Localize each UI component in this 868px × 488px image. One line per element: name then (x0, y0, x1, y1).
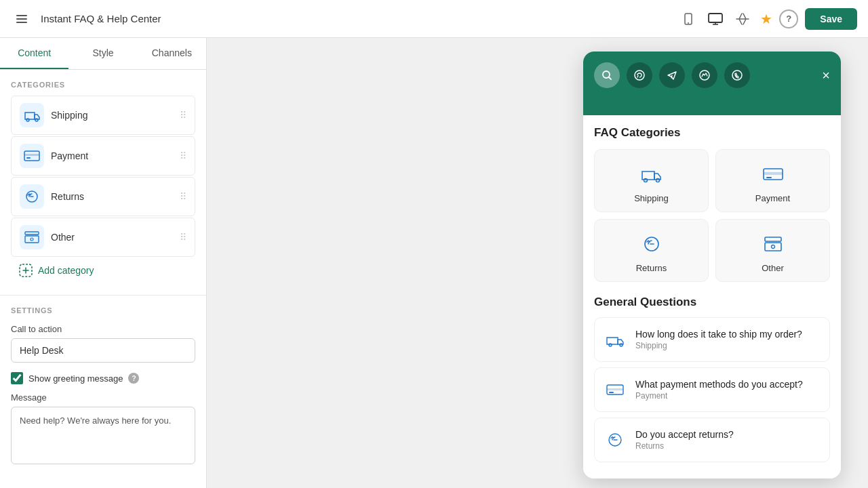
add-category-label: Add category (38, 265, 94, 276)
faq-card-returns[interactable]: Returns (594, 219, 709, 282)
category-item-payment[interactable]: Payment ⠿ (11, 136, 195, 176)
category-item-returns[interactable]: Returns ⠿ (11, 177, 195, 216)
widget-whatsapp-icon[interactable] (627, 62, 652, 88)
settings-section: SETTINGS Call to action Show greeting me… (0, 295, 206, 475)
category-item-shipping[interactable]: Shipping ⠿ (11, 96, 195, 135)
q3-title: Do you accept returns? (635, 429, 821, 440)
svg-rect-28 (766, 177, 772, 178)
main-layout: Content Style Channels CATEGORIES (0, 38, 868, 488)
cta-label: Call to action (11, 324, 195, 334)
desktop-icon[interactable] (706, 9, 725, 28)
other-label: Other (51, 232, 173, 243)
svg-rect-12 (26, 157, 31, 159)
help-icon[interactable]: ? (779, 9, 798, 28)
svg-rect-11 (24, 154, 39, 156)
greeting-checkbox-row: Show greeting message ? (11, 372, 195, 384)
faq-shipping-icon (638, 161, 665, 188)
widget-header-icons (594, 62, 750, 88)
faq-other-label: Other (762, 263, 784, 273)
back-button[interactable] (11, 8, 33, 30)
q-payment-icon (603, 378, 627, 402)
category-item-other[interactable]: Other ⠿ (11, 218, 195, 257)
save-button[interactable]: Save (805, 8, 857, 30)
payment-icon (20, 144, 44, 168)
faq-other-icon (760, 230, 787, 258)
q2-text: What payment methods do you accept? Paym… (635, 379, 821, 401)
greeting-checkbox[interactable] (11, 372, 23, 384)
svg-rect-15 (20, 225, 44, 249)
drag-handle-shipping[interactable]: ⠿ (180, 110, 186, 121)
svg-rect-6 (20, 103, 44, 127)
other-icon (20, 225, 44, 249)
topbar: Instant FAQ & Help Center ★ ? Save (0, 0, 868, 38)
call-to-action-group: Call to action (11, 324, 195, 363)
faq-card-other[interactable]: Other (715, 219, 830, 282)
q1-category: Shipping (635, 341, 821, 350)
returns-label: Returns (51, 191, 173, 202)
message-textarea[interactable]: Need help? We're always here for you. (20, 414, 186, 454)
widget-close-button[interactable]: × (822, 68, 830, 83)
widget-preview: × FAQ Categories (583, 52, 841, 479)
svg-rect-27 (764, 172, 783, 175)
svg-rect-1 (16, 18, 27, 20)
message-label: Message (11, 392, 195, 403)
q3-text: Do you accept returns? Returns (635, 429, 821, 451)
mobile-icon[interactable] (679, 9, 698, 28)
svg-point-24 (644, 179, 647, 182)
widget-messenger-icon[interactable] (692, 62, 717, 88)
faq-card-payment[interactable]: Payment (715, 149, 830, 212)
faq-shipping-label: Shipping (634, 193, 669, 203)
widget-telegram-icon[interactable] (659, 62, 685, 88)
svg-point-33 (609, 344, 612, 346)
faq-returns-label: Returns (636, 263, 667, 273)
app-title: Instant FAQ & Help Center (41, 13, 671, 24)
drag-handle-other[interactable]: ⠿ (180, 232, 186, 243)
faq-returns-icon (638, 230, 665, 258)
svg-point-34 (620, 344, 623, 346)
svg-rect-0 (16, 15, 27, 16)
topbar-right: ★ ? Save (760, 8, 857, 30)
question-item-shipping[interactable]: How long does it take to ship my order? … (594, 317, 830, 362)
info-icon[interactable]: ? (128, 373, 139, 384)
categories-label: CATEGORIES (11, 81, 195, 89)
greeting-label: Show greeting message (28, 373, 123, 384)
svg-rect-36 (607, 388, 623, 390)
question-item-returns[interactable]: Do you accept returns? Returns (594, 418, 830, 462)
q1-title: How long does it take to ship my order? (635, 329, 821, 340)
q3-category: Returns (635, 441, 821, 451)
device-icons (679, 9, 752, 28)
svg-point-32 (771, 245, 774, 249)
q-returns-icon (603, 428, 627, 452)
faq-title: FAQ Categories (594, 126, 830, 140)
svg-rect-2 (16, 22, 27, 23)
general-questions-title: General Questions (594, 296, 830, 309)
widget-search-icon[interactable] (594, 62, 620, 88)
left-panel: Content Style Channels CATEGORIES (0, 38, 207, 488)
q2-title: What payment methods do you accept? (635, 379, 821, 390)
drag-handle-returns[interactable]: ⠿ (180, 191, 186, 202)
q1-text: How long does it take to ship my order? … (635, 329, 821, 350)
add-category-button[interactable]: Add category (11, 257, 195, 284)
question-item-payment[interactable]: What payment methods do you accept? Paym… (594, 367, 830, 412)
shipping-icon (20, 103, 44, 127)
svg-rect-31 (765, 243, 781, 251)
drag-handle-payment[interactable]: ⠿ (180, 150, 186, 161)
tab-style[interactable]: Style (68, 38, 137, 69)
widget-phone-icon[interactable] (724, 62, 750, 88)
tab-content[interactable]: Content (0, 38, 68, 69)
settings-label: SETTINGS (11, 306, 195, 314)
category-list: Shipping ⠿ Payment ⠿ (11, 96, 195, 257)
returns-icon (20, 184, 44, 209)
svg-point-21 (635, 70, 644, 80)
tabs: Content Style Channels (0, 38, 206, 70)
responsive-icon[interactable] (733, 9, 752, 28)
svg-rect-30 (765, 237, 781, 241)
faq-card-shipping[interactable]: Shipping (594, 149, 709, 212)
faq-grid: Shipping Payment (594, 149, 830, 282)
shipping-label: Shipping (51, 110, 173, 121)
cta-input[interactable] (11, 338, 195, 363)
message-box-wrapper: Need help? We're always here for you. (11, 407, 195, 464)
tab-channels[interactable]: Channels (138, 38, 206, 69)
star-icon[interactable]: ★ (760, 11, 772, 27)
widget-body: FAQ Categories Shipping (583, 115, 841, 479)
